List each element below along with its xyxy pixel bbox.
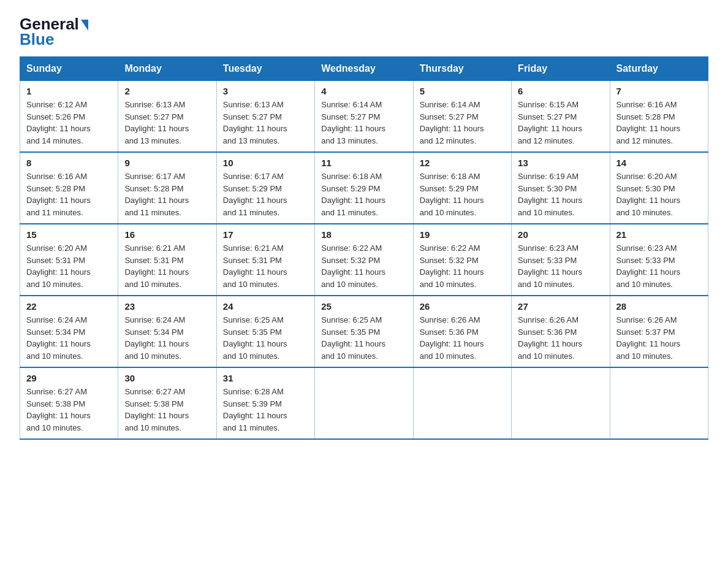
header-day-thursday: Thursday [413,57,511,81]
day-info: Sunrise: 6:22 AM Sunset: 5:32 PM Dayligh… [420,242,505,290]
day-info: Sunrise: 6:20 AM Sunset: 5:30 PM Dayligh… [616,170,702,218]
day-number: 25 [321,301,406,312]
calendar-day-cell: 8 Sunrise: 6:16 AM Sunset: 5:28 PM Dayli… [20,152,118,224]
header-day-friday: Friday [512,57,610,81]
day-number: 16 [124,229,210,240]
day-number: 4 [321,86,406,96]
calendar-day-cell: 28 Sunrise: 6:26 AM Sunset: 5:37 PM Dayl… [610,296,708,367]
calendar-day-cell: 9 Sunrise: 6:17 AM Sunset: 5:28 PM Dayli… [118,152,216,224]
calendar-day-cell: 4 Sunrise: 6:14 AM Sunset: 5:27 PM Dayli… [315,81,413,153]
day-number: 5 [420,86,505,96]
calendar-day-cell: 24 Sunrise: 6:25 AM Sunset: 5:35 PM Dayl… [216,296,314,367]
day-number: 31 [223,373,308,383]
calendar-week-row: 8 Sunrise: 6:16 AM Sunset: 5:28 PM Dayli… [20,152,708,224]
calendar-day-cell [413,367,511,439]
calendar-day-cell: 23 Sunrise: 6:24 AM Sunset: 5:34 PM Dayl… [118,296,216,367]
header-day-sunday: Sunday [20,57,118,81]
calendar-day-cell [512,367,610,439]
calendar-day-cell: 14 Sunrise: 6:20 AM Sunset: 5:30 PM Dayl… [610,152,708,224]
calendar-day-cell: 16 Sunrise: 6:21 AM Sunset: 5:31 PM Dayl… [118,224,216,296]
calendar-day-cell: 18 Sunrise: 6:22 AM Sunset: 5:32 PM Dayl… [315,224,413,296]
calendar-day-cell: 11 Sunrise: 6:18 AM Sunset: 5:29 PM Dayl… [315,152,413,224]
day-info: Sunrise: 6:21 AM Sunset: 5:31 PM Dayligh… [223,242,308,290]
day-info: Sunrise: 6:15 AM Sunset: 5:27 PM Dayligh… [518,99,603,147]
calendar-day-cell: 7 Sunrise: 6:16 AM Sunset: 5:28 PM Dayli… [610,81,708,153]
day-number: 17 [223,229,308,240]
day-info: Sunrise: 6:25 AM Sunset: 5:35 PM Dayligh… [223,314,308,362]
day-info: Sunrise: 6:23 AM Sunset: 5:33 PM Dayligh… [616,242,702,290]
page-header: General Blue [20,15,708,49]
day-number: 23 [124,301,210,312]
calendar-day-cell: 5 Sunrise: 6:14 AM Sunset: 5:27 PM Dayli… [413,81,511,153]
day-info: Sunrise: 6:26 AM Sunset: 5:37 PM Dayligh… [616,314,702,362]
calendar-day-cell [610,367,708,439]
header-day-tuesday: Tuesday [216,57,314,81]
day-info: Sunrise: 6:12 AM Sunset: 5:26 PM Dayligh… [26,99,112,147]
calendar-day-cell: 1 Sunrise: 6:12 AM Sunset: 5:26 PM Dayli… [20,81,118,153]
calendar-day-cell: 3 Sunrise: 6:13 AM Sunset: 5:27 PM Dayli… [216,81,314,153]
calendar-day-cell: 12 Sunrise: 6:18 AM Sunset: 5:29 PM Dayl… [413,152,511,224]
day-number: 9 [124,158,210,168]
calendar-day-cell: 6 Sunrise: 6:15 AM Sunset: 5:27 PM Dayli… [512,81,610,153]
calendar-day-cell: 10 Sunrise: 6:17 AM Sunset: 5:29 PM Dayl… [216,152,314,224]
header-day-wednesday: Wednesday [315,57,413,81]
day-number: 19 [420,229,505,240]
day-number: 3 [223,86,308,96]
calendar-day-cell: 13 Sunrise: 6:19 AM Sunset: 5:30 PM Dayl… [512,152,610,224]
day-number: 26 [420,301,505,312]
day-number: 12 [420,158,505,168]
day-info: Sunrise: 6:26 AM Sunset: 5:36 PM Dayligh… [420,314,505,362]
calendar-table: SundayMondayTuesdayWednesdayThursdayFrid… [20,56,708,440]
calendar-header-row: SundayMondayTuesdayWednesdayThursdayFrid… [20,57,708,81]
day-number: 14 [616,158,702,168]
calendar-day-cell: 30 Sunrise: 6:27 AM Sunset: 5:38 PM Dayl… [118,367,216,439]
day-number: 29 [26,373,112,383]
day-info: Sunrise: 6:26 AM Sunset: 5:36 PM Dayligh… [518,314,603,362]
day-number: 18 [321,229,406,240]
day-info: Sunrise: 6:24 AM Sunset: 5:34 PM Dayligh… [124,314,210,362]
day-info: Sunrise: 6:20 AM Sunset: 5:31 PM Dayligh… [26,242,112,290]
calendar-week-row: 15 Sunrise: 6:20 AM Sunset: 5:31 PM Dayl… [20,224,708,296]
day-info: Sunrise: 6:14 AM Sunset: 5:27 PM Dayligh… [321,99,406,147]
day-info: Sunrise: 6:17 AM Sunset: 5:29 PM Dayligh… [223,170,308,218]
calendar-day-cell: 25 Sunrise: 6:25 AM Sunset: 5:35 PM Dayl… [315,296,413,367]
calendar-week-row: 29 Sunrise: 6:27 AM Sunset: 5:38 PM Dayl… [20,367,708,439]
day-info: Sunrise: 6:21 AM Sunset: 5:31 PM Dayligh… [124,242,210,290]
day-info: Sunrise: 6:25 AM Sunset: 5:35 PM Dayligh… [321,314,406,362]
day-number: 24 [223,301,308,312]
day-info: Sunrise: 6:27 AM Sunset: 5:38 PM Dayligh… [26,386,112,434]
header-day-monday: Monday [118,57,216,81]
calendar-day-cell: 2 Sunrise: 6:13 AM Sunset: 5:27 PM Dayli… [118,81,216,153]
day-number: 11 [321,158,406,168]
day-info: Sunrise: 6:18 AM Sunset: 5:29 PM Dayligh… [321,170,406,218]
day-number: 13 [518,158,603,168]
day-info: Sunrise: 6:27 AM Sunset: 5:38 PM Dayligh… [124,386,210,434]
day-info: Sunrise: 6:14 AM Sunset: 5:27 PM Dayligh… [420,99,505,147]
calendar-day-cell [315,367,413,439]
day-info: Sunrise: 6:16 AM Sunset: 5:28 PM Dayligh… [616,99,702,147]
day-number: 7 [616,86,702,96]
day-info: Sunrise: 6:16 AM Sunset: 5:28 PM Dayligh… [26,170,112,218]
day-info: Sunrise: 6:28 AM Sunset: 5:39 PM Dayligh… [223,386,308,434]
day-number: 1 [26,86,112,96]
calendar-day-cell: 21 Sunrise: 6:23 AM Sunset: 5:33 PM Dayl… [610,224,708,296]
day-number: 10 [223,158,308,168]
calendar-day-cell: 20 Sunrise: 6:23 AM Sunset: 5:33 PM Dayl… [512,224,610,296]
calendar-day-cell: 29 Sunrise: 6:27 AM Sunset: 5:38 PM Dayl… [20,367,118,439]
calendar-week-row: 1 Sunrise: 6:12 AM Sunset: 5:26 PM Dayli… [20,81,708,153]
day-info: Sunrise: 6:13 AM Sunset: 5:27 PM Dayligh… [124,99,210,147]
header-day-saturday: Saturday [610,57,708,81]
day-number: 15 [26,229,112,240]
calendar-day-cell: 22 Sunrise: 6:24 AM Sunset: 5:34 PM Dayl… [20,296,118,367]
day-info: Sunrise: 6:22 AM Sunset: 5:32 PM Dayligh… [321,242,406,290]
day-number: 20 [518,229,603,240]
day-info: Sunrise: 6:13 AM Sunset: 5:27 PM Dayligh… [223,99,308,147]
day-number: 28 [616,301,702,312]
day-info: Sunrise: 6:24 AM Sunset: 5:34 PM Dayligh… [26,314,112,362]
day-number: 30 [124,373,210,383]
calendar-day-cell: 15 Sunrise: 6:20 AM Sunset: 5:31 PM Dayl… [20,224,118,296]
calendar-day-cell: 17 Sunrise: 6:21 AM Sunset: 5:31 PM Dayl… [216,224,314,296]
logo-blue-text: Blue [20,30,54,49]
day-number: 22 [26,301,112,312]
day-number: 27 [518,301,603,312]
